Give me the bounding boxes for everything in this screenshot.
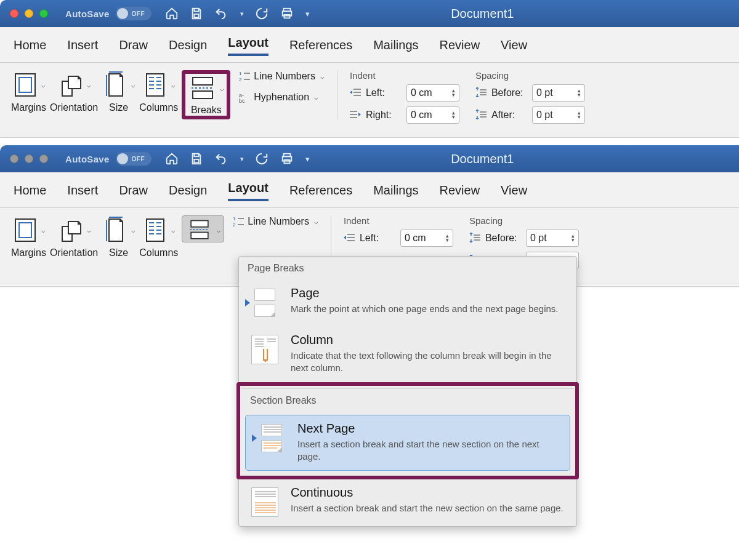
chevron-down-icon: ⌵ [131, 81, 135, 89]
customize-qat-icon[interactable]: ▾ [305, 9, 310, 18]
size-button[interactable]: ⌵ Size [102, 215, 135, 258]
tab-mailings[interactable]: Mailings [373, 38, 418, 56]
chevron-down-icon: ⌵ [320, 73, 325, 81]
section-breaks-heading: Section Breaks [241, 388, 574, 412]
undo-chev-icon[interactable]: ▾ [240, 10, 244, 18]
print-icon[interactable] [280, 7, 294, 20]
columns-icon [142, 215, 169, 245]
size-icon [102, 70, 129, 100]
tab-view[interactable]: View [501, 183, 527, 201]
spacing-after-label: After: [491, 110, 527, 121]
columns-button[interactable]: ⌵ Columns [139, 70, 178, 113]
hyphenation-button[interactable]: a-bc Hyphenation ⌵ [239, 91, 325, 103]
maximize-window-button[interactable] [39, 154, 48, 163]
breaks-button-open[interactable]: ⌵ [182, 215, 224, 242]
tab-layout[interactable]: Layout [228, 36, 269, 56]
save-icon[interactable] [190, 7, 203, 20]
columns-button[interactable]: ⌵ Columns [139, 215, 178, 258]
breaks-label: Breaks [191, 105, 222, 116]
page-break-desc: Mark the point at which one page ends an… [291, 303, 558, 315]
undo-chev-icon[interactable]: ▾ [240, 155, 244, 163]
window-title: Document1 [310, 7, 729, 21]
undo-icon[interactable] [214, 7, 228, 20]
indent-heading: Indent [344, 215, 453, 226]
word-window-open-menu: AutoSave OFF ▾ ▾ Document1 Home Insert D… [0, 145, 739, 560]
indent-right-input[interactable]: 0 cm▴▾ [406, 106, 459, 124]
spacing-heading: Spacing [475, 70, 585, 81]
undo-icon[interactable] [214, 152, 228, 166]
size-button[interactable]: ⌵ Size [102, 70, 135, 113]
spacing-before-input[interactable]: 0 pt▴▾ [532, 84, 585, 102]
margins-button[interactable]: ⌵ Margins [11, 70, 46, 113]
columns-label: Columns [139, 247, 178, 258]
tab-review[interactable]: Review [440, 38, 480, 56]
break-option-continuous[interactable]: Continuous Insert a section break and st… [239, 479, 576, 526]
indent-left-input[interactable]: 0 cm▴▾ [400, 230, 453, 247]
svg-text:1: 1 [233, 216, 236, 222]
orientation-label: Orientation [50, 102, 98, 113]
next-page-break-desc: Insert a section break and start the new… [297, 438, 561, 463]
margins-label: Margins [11, 102, 46, 113]
titlebar: AutoSave OFF ▾ ▾ Document1 [0, 145, 739, 172]
autosave-toggle[interactable]: OFF [116, 152, 151, 166]
breaks-button[interactable]: ⌵ Breaks [188, 75, 224, 116]
tab-home[interactable]: Home [14, 38, 46, 56]
save-icon[interactable] [190, 152, 203, 166]
tab-design[interactable]: Design [169, 183, 207, 201]
section-breaks-highlight: Section Breaks Next Page Insert a sectio… [236, 382, 579, 480]
spacing-before-input[interactable]: 0 pt▴▾ [526, 230, 579, 247]
spacing-after-input[interactable]: 0 pt▴▾ [532, 106, 585, 124]
line-numbers-button[interactable]: 12 Line Numbers ⌵ [239, 70, 325, 82]
quick-access-toolbar: ▾ ▾ [165, 7, 310, 20]
svg-text:bc: bc [239, 98, 245, 103]
line-numbers-button[interactable]: 12 Line Numbers ⌵ [233, 215, 318, 228]
ribbon-layout: ⌵ Margins ⌵ Orientation ⌵ Size ⌵ [0, 63, 739, 138]
tab-view[interactable]: View [501, 38, 527, 56]
break-option-next-page[interactable]: Next Page Insert a section break and sta… [245, 415, 570, 471]
tab-references[interactable]: References [289, 183, 352, 201]
spacing-before-label: Before: [491, 87, 527, 98]
tab-references[interactable]: References [289, 38, 352, 56]
home-icon[interactable] [165, 152, 179, 166]
spacing-before-icon [475, 87, 487, 98]
continuous-break-title: Continuous [291, 486, 563, 500]
spacing-after-icon [475, 110, 487, 121]
print-icon[interactable] [280, 152, 294, 166]
redo-icon[interactable] [255, 152, 269, 166]
customize-qat-icon[interactable]: ▾ [305, 154, 310, 164]
chevron-down-icon: ⌵ [314, 218, 318, 226]
orientation-icon [57, 70, 84, 100]
maximize-window-button[interactable] [39, 9, 48, 18]
orientation-button[interactable]: ⌵ Orientation [50, 70, 98, 113]
autosave-toggle[interactable]: OFF [116, 7, 151, 20]
tab-insert[interactable]: Insert [67, 183, 98, 201]
indent-left-input[interactable]: 0 cm▴▾ [406, 84, 459, 102]
minimize-window-button[interactable] [25, 154, 33, 163]
chevron-down-icon: ⌵ [217, 226, 221, 234]
chevron-down-icon: ⌵ [41, 81, 46, 89]
page-break-icon [248, 286, 282, 319]
svg-rect-55 [191, 220, 208, 226]
page-break-title: Page [291, 286, 558, 300]
tab-home[interactable]: Home [14, 183, 46, 201]
minimize-window-button[interactable] [25, 9, 33, 18]
close-window-button[interactable] [10, 9, 18, 18]
columns-icon [142, 70, 169, 100]
tab-draw[interactable]: Draw [119, 38, 148, 56]
break-option-page[interactable]: Page Mark the point at which one page en… [239, 280, 576, 327]
margins-button[interactable]: ⌵ Margins [11, 215, 46, 258]
tab-draw[interactable]: Draw [119, 183, 148, 201]
close-window-button[interactable] [10, 154, 18, 163]
svg-rect-41 [284, 160, 289, 164]
tab-layout[interactable]: Layout [228, 181, 269, 201]
tab-mailings[interactable]: Mailings [373, 183, 418, 201]
redo-icon[interactable] [255, 7, 269, 20]
break-option-column[interactable]: Column Indicate that the text following … [239, 327, 576, 382]
continuous-break-icon [248, 486, 282, 519]
home-icon[interactable] [165, 7, 179, 20]
tab-design[interactable]: Design [169, 38, 207, 56]
tab-insert[interactable]: Insert [67, 38, 98, 56]
orientation-icon [57, 215, 84, 245]
orientation-button[interactable]: ⌵ Orientation [50, 215, 98, 258]
tab-review[interactable]: Review [440, 183, 480, 201]
